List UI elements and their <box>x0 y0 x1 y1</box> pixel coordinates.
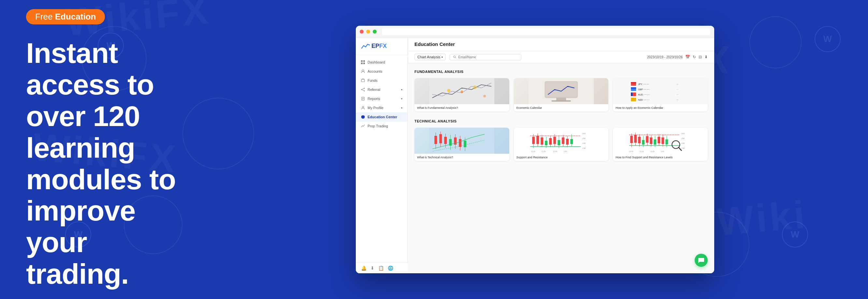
svg-rect-25 <box>556 98 566 100</box>
svg-rect-97 <box>630 136 633 143</box>
svg-rect-70 <box>540 137 543 144</box>
svg-rect-45 <box>434 136 437 144</box>
chat-bubble[interactable] <box>695 254 708 267</box>
globe-icon[interactable]: 🌐 <box>388 265 393 271</box>
download-icon[interactable]: ⬇ <box>370 265 374 271</box>
card-apply-economic-calendar[interactable]: JPY ·········· ··· GBP ·········· ··· <box>613 78 708 111</box>
sidebar-item-funds[interactable]: Funds <box>356 76 408 85</box>
svg-rect-27 <box>628 78 693 104</box>
svg-point-20 <box>460 91 463 93</box>
svg-rect-82 <box>566 139 568 144</box>
bell-icon[interactable]: 🔔 <box>361 265 367 271</box>
svg-text:260: 260 <box>582 133 586 135</box>
sidebar-item-accounts[interactable]: Accounts <box>356 67 408 76</box>
browser-url-bar <box>382 28 710 35</box>
svg-text:240: 240 <box>682 142 685 144</box>
svg-rect-72 <box>545 141 548 145</box>
svg-rect-76 <box>553 137 556 144</box>
svg-text:250: 250 <box>582 137 586 139</box>
export-icon[interactable]: ⬇ <box>705 55 708 59</box>
headline-line4: your trading. <box>26 226 129 290</box>
svg-point-6 <box>361 89 362 90</box>
svg-rect-24 <box>545 81 577 98</box>
svg-rect-105 <box>646 136 649 143</box>
sidebar-item-prop-trading[interactable]: Prop Trading <box>356 122 408 131</box>
svg-text:11:00: 11:00 <box>541 151 546 153</box>
card-image-fundamental-3: JPY ·········· ··· GBP ·········· ··· <box>613 78 708 104</box>
svg-line-10 <box>362 90 364 91</box>
svg-point-19 <box>447 89 450 92</box>
svg-rect-84 <box>570 139 573 144</box>
svg-rect-109 <box>654 139 656 144</box>
svg-rect-68 <box>536 136 539 144</box>
card-economic-calendar[interactable]: Economic Calendar <box>514 78 609 111</box>
technical-section-title: TECHNICAL ANALYSIS <box>414 119 708 123</box>
filter-icon[interactable]: ⊟ <box>699 55 702 59</box>
card-label-economic-calendar: Economic Calendar <box>514 104 609 111</box>
badge-free: Free <box>35 12 53 22</box>
profile-icon <box>361 106 365 110</box>
svg-text:11:00: 11:00 <box>640 151 644 153</box>
card-technical-analysis[interactable]: What is Technical Analysis? <box>414 128 509 161</box>
svg-rect-3 <box>363 63 365 64</box>
svg-text:12:00: 12:00 <box>651 151 655 153</box>
svg-rect-26 <box>551 100 571 102</box>
card-fundamental-analysis[interactable]: What is Fundamental Analysis? <box>414 78 509 111</box>
svg-text:1:00: 1:00 <box>564 151 567 153</box>
svg-rect-99 <box>634 135 637 143</box>
svg-text:12:00: 12:00 <box>553 151 557 153</box>
browser-dot-green <box>373 30 377 34</box>
sidebar-logo: EPFX <box>356 43 408 55</box>
svg-text:NZD ··········: NZD ·········· <box>638 99 650 101</box>
technical-chart-2: 260 250 240 230 <box>514 128 609 154</box>
svg-text:230: 230 <box>582 147 586 149</box>
refresh-icon[interactable]: ↻ <box>693 55 696 59</box>
svg-text:10:00: 10:00 <box>531 151 535 153</box>
svg-line-17 <box>455 57 456 58</box>
sidebar-item-education-center[interactable]: Education Center <box>356 112 408 122</box>
card-support-resistance[interactable]: 260 250 240 230 <box>514 128 609 161</box>
svg-point-15 <box>362 106 364 108</box>
card-find-support-resistance[interactable]: 260 250 240 230 <box>613 128 708 161</box>
sidebar-item-myprofile[interactable]: My Profile ▾ <box>356 103 408 112</box>
fundamental-section-title: FUNDAMENTAL ANALYSIS <box>414 70 708 74</box>
card-label-find-support-resistance: How to Find Support and Resistance Level… <box>613 154 708 161</box>
sidebar-label-myprofile: My Profile <box>368 106 383 110</box>
sidebar-label-accounts: Accounts <box>368 69 382 73</box>
page-title: Education Center <box>414 41 455 47</box>
main-content-area: Education Center Chart Analysis ▾ <box>408 37 714 273</box>
epfx-chart-icon <box>361 43 370 49</box>
search-box[interactable] <box>450 54 521 60</box>
copy-icon[interactable]: 📋 <box>378 265 384 271</box>
sidebar-item-reports[interactable]: Reports ▾ <box>356 94 408 103</box>
headline-line2: over 120 learning <box>26 100 140 164</box>
svg-rect-5 <box>361 79 365 82</box>
card-image-technical-1 <box>414 128 509 154</box>
sidebar-item-referral[interactable]: Referral ▾ <box>356 85 408 94</box>
sidebar-item-dashboard[interactable]: Dashboard <box>356 58 408 67</box>
svg-text:230: 230 <box>682 147 685 149</box>
main-header: Education Center <box>408 37 714 51</box>
search-input[interactable] <box>459 55 518 59</box>
dropdown-label: Chart Analysis <box>417 55 440 59</box>
left-content: Free Education Instant access to over 12… <box>0 0 222 299</box>
svg-rect-80 <box>562 137 564 144</box>
svg-rect-78 <box>557 140 560 145</box>
shield-icon <box>361 115 365 119</box>
svg-text:250: 250 <box>682 137 685 139</box>
card-image-technical-3: 260 250 240 230 <box>613 128 708 154</box>
badge-education: Education <box>55 12 96 22</box>
svg-point-22 <box>483 95 486 97</box>
logo-text: EPFX <box>371 43 387 49</box>
svg-text:260: 260 <box>682 133 685 135</box>
calendar-icon[interactable]: 📅 <box>685 55 690 59</box>
chat-icon <box>698 257 705 264</box>
chart-analysis-dropdown[interactable]: Chart Analysis ▾ <box>414 54 446 60</box>
svg-point-7 <box>364 88 365 89</box>
card-label-technical-analysis: What is Technical Analysis? <box>414 154 509 161</box>
svg-text:10:00: 10:00 <box>629 151 634 153</box>
technical-chart-3: 260 250 240 230 <box>613 128 708 154</box>
svg-rect-107 <box>650 137 653 144</box>
svg-text:JPY ··········: JPY ·········· <box>638 83 649 85</box>
sidebar-label-education-center: Education Center <box>368 115 397 119</box>
